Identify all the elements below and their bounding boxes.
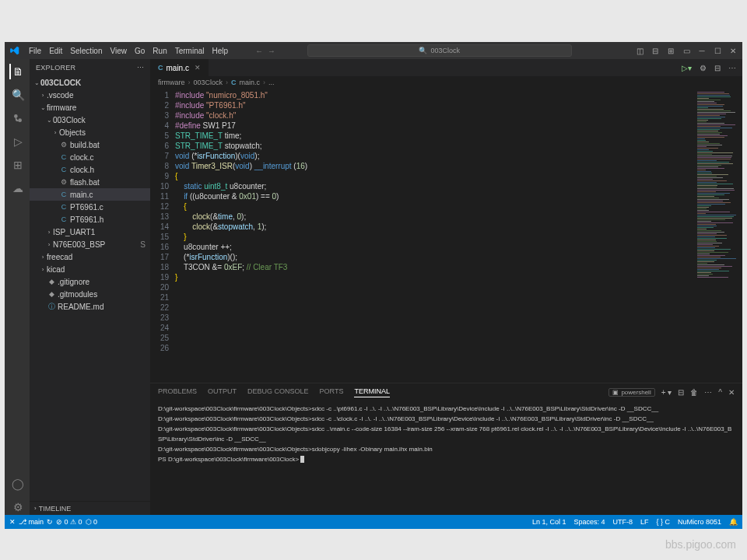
window-minimize-icon[interactable]: ─ — [697, 47, 707, 55]
file-tree-item[interactable]: Cclock.h — [30, 163, 150, 176]
panel-tabs: PROBLEMSOUTPUTDEBUG CONSOLEPORTSTERMINAL… — [150, 383, 742, 401]
menu-terminal[interactable]: Terminal — [171, 47, 209, 55]
tab-label: main.c — [167, 64, 189, 72]
sidebar-title: EXPLORER — [36, 64, 75, 72]
nav-back-icon[interactable]: ← — [255, 47, 263, 55]
editor-tabs: C main.c ✕ ▷▾ ⚙ ⊟ ⋯ — [150, 59, 742, 76]
file-tree-item[interactable]: ⌄firmware — [30, 101, 150, 114]
layout-primary-icon[interactable]: ◫ — [635, 47, 644, 55]
activity-search-icon[interactable]: 🔍 — [9, 87, 25, 103]
editor-actions: ▷▾ ⚙ ⊟ ⋯ — [675, 59, 742, 76]
panel-tab-problems[interactable]: PROBLEMS — [158, 387, 197, 397]
activity-settings-icon[interactable]: ⚙ — [9, 499, 25, 515]
command-center-search[interactable]: 🔍 003Clock — [307, 44, 572, 57]
vscode-window: FileEditSelectionViewGoRunTerminalHelp ←… — [5, 42, 742, 529]
terminal-more-icon[interactable]: ⋯ — [704, 388, 712, 397]
timeline-section[interactable]: › TIMELINE — [30, 501, 150, 515]
status-item[interactable]: ↻ — [47, 518, 53, 526]
tab-close-icon[interactable]: ✕ — [195, 64, 201, 72]
panel-tab-debug-console[interactable]: DEBUG CONSOLE — [247, 387, 309, 397]
sidebar: EXPLORER ⋯ ⌄003CLOCK›.vscode⌄firmware⌄00… — [30, 59, 150, 515]
file-tree-item[interactable]: ⌄003CLOCK — [30, 76, 150, 89]
file-tree-item[interactable]: ⓘREADME.md — [30, 300, 150, 313]
activity-extensions-icon[interactable]: ⊞ — [9, 157, 25, 173]
panel-close-icon[interactable]: ✕ — [728, 388, 735, 397]
terminal-content[interactable]: D:\git-workspace\003Clock\firmware\003Cl… — [150, 401, 742, 515]
menu-help[interactable]: Help — [209, 47, 233, 55]
file-tree-item[interactable]: CPT6961.c — [30, 201, 150, 213]
status-item[interactable]: Spaces: 4 — [573, 518, 605, 526]
menu-bar: FileEditSelectionViewGoRunTerminalHelp — [25, 47, 232, 55]
activity-remote-icon[interactable]: ☁ — [9, 180, 25, 196]
window-maximize-icon[interactable]: ☐ — [713, 47, 722, 55]
terminal-kill-icon[interactable]: 🗑 — [690, 388, 698, 397]
status-item[interactable]: UTF-8 — [612, 518, 633, 526]
file-tree-item[interactable]: Cmain.c — [30, 188, 150, 201]
file-tree-item[interactable]: ⌄003Clock — [30, 114, 150, 126]
code-content[interactable]: #include "numicro_8051.h"#include "PT696… — [175, 89, 694, 383]
status-item[interactable]: ⎇ main — [19, 518, 44, 526]
sidebar-more-icon[interactable]: ⋯ — [137, 64, 144, 72]
file-tree-item[interactable]: ›N76E003_BSPS — [30, 238, 150, 250]
more-icon[interactable]: ⋯ — [728, 64, 736, 72]
file-tree-item[interactable]: ⚙flash.bat — [30, 176, 150, 188]
gear-icon[interactable]: ⚙ — [700, 64, 707, 72]
menu-run[interactable]: Run — [149, 47, 170, 55]
status-item[interactable]: 🔔 — [729, 518, 738, 526]
file-tree-item[interactable]: ›kicad — [30, 263, 150, 275]
layout-secondary-icon[interactable]: ⊞ — [666, 47, 675, 55]
tab-main-c[interactable]: C main.c ✕ — [150, 59, 209, 76]
file-tree-item[interactable]: ›.vscode — [30, 89, 150, 101]
split-icon[interactable]: ⊟ — [714, 64, 721, 72]
activity-explorer-icon[interactable]: 🗎 — [9, 64, 25, 79]
layout-panel-icon[interactable]: ⊟ — [651, 47, 660, 55]
powershell-icon: ▣ — [612, 389, 619, 396]
file-tree-item[interactable]: ›Objects — [30, 126, 150, 138]
layout-customize-icon[interactable]: ▭ — [682, 47, 691, 55]
search-icon: 🔍 — [419, 47, 427, 54]
file-tree-item[interactable]: ›freecad — [30, 250, 150, 263]
file-tree-item[interactable]: ›ISP_UART1 — [30, 226, 150, 238]
nav-forward-icon[interactable]: → — [268, 47, 275, 55]
status-item[interactable]: { } C — [656, 518, 670, 526]
window-close-icon[interactable]: ✕ — [728, 47, 738, 55]
terminal-add-icon[interactable]: + ▾ — [661, 388, 672, 397]
watermark-text: bbs.pigoo.com — [665, 538, 736, 551]
status-item[interactable]: NuMicro 8051 — [678, 518, 721, 526]
editor-group: C main.c ✕ ▷▾ ⚙ ⊟ ⋯ firmware›003Clock›C … — [150, 59, 742, 515]
code-area[interactable]: 1234567891011121314151617181920212223242… — [150, 89, 742, 383]
panel-tab-ports[interactable]: PORTS — [320, 387, 344, 397]
activity-debug-icon[interactable]: ▷ — [9, 134, 25, 149]
activity-scm-icon[interactable] — [9, 110, 25, 126]
file-tree-item[interactable]: CPT6961.h — [30, 213, 150, 226]
activity-account-icon[interactable]: ◯ — [9, 476, 25, 492]
status-item[interactable]: LF — [640, 518, 649, 526]
panel-tab-terminal[interactable]: TERMINAL — [354, 387, 390, 397]
terminal-shell-selector[interactable]: ▣powershell — [608, 388, 654, 397]
status-item[interactable]: Ln 1, Col 1 — [532, 518, 566, 526]
file-tree-item[interactable]: ⚙build.bat — [30, 138, 150, 151]
search-text: 003Clock — [430, 47, 460, 54]
terminal-split-icon[interactable]: ⊟ — [678, 388, 684, 397]
file-tree-item[interactable]: ◆.gitmodules — [30, 288, 150, 300]
menu-edit[interactable]: Edit — [45, 47, 66, 55]
panel: PROBLEMSOUTPUTDEBUG CONSOLEPORTSTERMINAL… — [150, 383, 742, 515]
panel-tab-output[interactable]: OUTPUT — [208, 387, 237, 397]
panel-maximize-icon[interactable]: ^ — [718, 388, 722, 397]
menu-go[interactable]: Go — [131, 47, 149, 55]
menu-file[interactable]: File — [25, 47, 45, 55]
breadcrumbs[interactable]: firmware›003Clock›C main.c›... — [150, 76, 742, 89]
menu-selection[interactable]: Selection — [66, 47, 106, 55]
activity-bar: 🗎 🔍 ▷ ⊞ ☁ ◯ ⚙ — [5, 59, 30, 515]
title-controls: ◫ ⊟ ⊞ ▭ ─ ☐ ✕ — [635, 47, 738, 55]
chevron-right-icon: › — [34, 505, 37, 512]
file-tree-item[interactable]: Cclock.c — [30, 151, 150, 163]
file-tree-item[interactable]: ◆.gitignore — [30, 275, 150, 288]
menu-view[interactable]: View — [107, 47, 132, 55]
run-icon[interactable]: ▷▾ — [682, 64, 692, 72]
status-item[interactable]: ✕ — [9, 518, 16, 526]
file-c-icon: C — [158, 64, 163, 72]
minimap[interactable] — [694, 89, 742, 383]
status-item[interactable]: ⬡ 0 — [86, 518, 98, 526]
status-item[interactable]: ⊘ 0 ⚠ 0 — [56, 518, 82, 526]
